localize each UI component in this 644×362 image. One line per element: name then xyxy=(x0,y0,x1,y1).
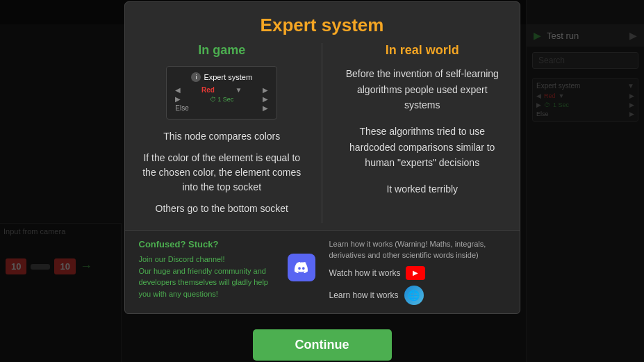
modal: Expert system In game i Expert system ◀ … xyxy=(124,1,520,314)
clock-sym: ⏱ xyxy=(210,96,216,103)
left-text-2: If the color of the element is equal to … xyxy=(139,151,306,195)
discord-line1: Join our Discord channel! xyxy=(139,254,281,265)
info-icon: i xyxy=(191,72,201,82)
learn-link[interactable]: Learn how it works 🌐 xyxy=(329,286,506,305)
col-left-header: In game xyxy=(198,43,245,58)
diag-arrow-left-icon: ◀ xyxy=(175,86,181,94)
diag-play-icon: ▶ xyxy=(175,95,181,103)
discord-line2: Our huge and friendly community and deve… xyxy=(139,265,281,300)
left-text-3: Others go to the bottom socket xyxy=(156,201,288,216)
diag-red-label: Red xyxy=(201,86,215,94)
col-right: In real world Before the invention of se… xyxy=(339,43,506,223)
footer-discord-text-block: Join our Discord channel! Our huge and f… xyxy=(139,254,281,299)
right-text-3: It worked terribly xyxy=(386,181,458,197)
diag-node-label: Expert system xyxy=(204,73,252,81)
discord-icon[interactable] xyxy=(288,254,315,281)
learn-link-label: Learn how it works xyxy=(329,290,399,300)
col-left: In game i Expert system ◀ Red ▼ ▶ xyxy=(139,43,306,223)
footer-left-inner: Join our Discord channel! Our huge and f… xyxy=(139,254,315,299)
web-icon[interactable]: 🌐 xyxy=(404,286,424,305)
modal-title: Expert system xyxy=(125,2,520,43)
modal-overlay: Expert system In game i Expert system ◀ … xyxy=(0,0,644,362)
modal-body: In game i Expert system ◀ Red ▼ ▶ xyxy=(125,43,520,230)
diag-arrow-right-icon: ▶ xyxy=(263,86,268,94)
footer-left: Confused? Stuck? Join our Discord channe… xyxy=(139,239,315,305)
modal-wrapper: Expert system In game i Expert system ◀ … xyxy=(124,1,520,361)
watch-label: Watch how it works xyxy=(329,268,401,278)
right-text-1: Before the invention of self-learning al… xyxy=(339,66,506,113)
confused-label: Confused? Stuck? xyxy=(139,239,315,249)
clock-val: 1 Sec xyxy=(217,96,233,103)
diag-else-label: Else xyxy=(175,104,188,112)
diag-arrow-else-icon: ▶ xyxy=(263,104,268,112)
continue-button[interactable]: Continue xyxy=(253,329,392,361)
diag-dropdown-icon: ▼ xyxy=(236,86,242,94)
diag-arrow-right2-icon: ▶ xyxy=(263,95,268,103)
col-right-header: In real world xyxy=(386,43,459,58)
left-text-1: This node compares colors xyxy=(163,129,280,144)
watch-link[interactable]: Watch how it works ▶ xyxy=(329,266,506,280)
col-divider xyxy=(322,43,322,223)
node-diagram: i Expert system ◀ Red ▼ ▶ ▶ ⏱ xyxy=(166,66,277,120)
footer-learn-text: Learn how it works (Warning! Maths, inte… xyxy=(329,239,506,261)
continue-bar: Continue xyxy=(253,321,392,361)
footer-right: Learn how it works (Warning! Maths, inte… xyxy=(329,239,506,305)
modal-footer: Confused? Stuck? Join our Discord channe… xyxy=(125,230,520,313)
right-text-2: These algorithms tried to use hardcoded … xyxy=(339,124,506,170)
diag-clock: ⏱ 1 Sec xyxy=(210,96,233,103)
youtube-icon[interactable]: ▶ xyxy=(406,266,425,280)
